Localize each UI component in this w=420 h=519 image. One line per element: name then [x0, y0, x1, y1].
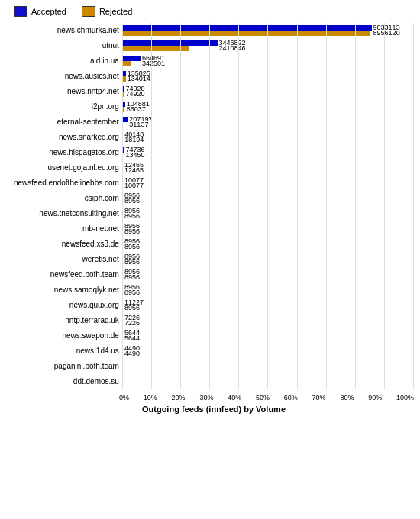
- y-label: newsfeed.endofthelinebbs.com: [14, 176, 119, 191]
- grid-line: [151, 23, 152, 389]
- legend-accepted-box: [14, 6, 27, 17]
- y-label: news.chmurka.net: [14, 23, 119, 38]
- x-axis-label: 20%: [172, 394, 186, 401]
- grid-lines: [122, 23, 414, 389]
- y-label: newsfeed.xs3.de: [14, 237, 119, 252]
- bars-column: 9033113895612034468222410846664691342501…: [122, 23, 414, 389]
- y-label: news.swapon.de: [14, 328, 119, 343]
- legend-rejected-label: Rejected: [99, 7, 132, 16]
- x-axis-label: 40%: [228, 394, 241, 401]
- grid-line: [238, 23, 239, 389]
- y-label: usenet.goja.nl.eu.org: [14, 160, 119, 176]
- y-label: eternal-september: [14, 114, 119, 130]
- y-label: news.ausics.net: [14, 69, 119, 84]
- y-label: mb-net.net: [14, 221, 119, 237]
- y-label: aid.in.ua: [14, 53, 119, 69]
- y-label: newsfeed.bofh.team: [14, 267, 119, 282]
- x-axis-label: 60%: [284, 394, 298, 401]
- grid-line: [297, 23, 298, 389]
- grid-line: [326, 23, 327, 389]
- x-axis-labels: 0%10%20%30%40%50%60%70%80%90%100%: [119, 394, 414, 401]
- legend-accepted-label: Accepted: [31, 7, 66, 16]
- x-axis-label: 100%: [396, 394, 414, 401]
- y-label: news.hispagatos.org: [14, 145, 119, 160]
- y-label: i2pn.org: [14, 99, 119, 114]
- y-labels: news.chmurka.netutnutaid.in.uanews.ausic…: [14, 23, 122, 389]
- y-label: ddt.demos.su: [14, 374, 119, 389]
- y-label: utnut: [14, 38, 119, 53]
- y-label: news.quux.org: [14, 298, 119, 313]
- y-label: news.tnetconsulting.net: [14, 206, 119, 221]
- x-axis-label: 70%: [312, 394, 326, 401]
- legend: Accepted Rejected: [14, 6, 414, 17]
- x-axis-label: 0%: [119, 394, 129, 401]
- x-axis-label: 50%: [256, 394, 270, 401]
- y-label: csiph.com: [14, 191, 119, 206]
- x-axis-label: 80%: [340, 394, 354, 401]
- grid-line: [122, 23, 123, 389]
- chart-container: Accepted Rejected news.chmurka.netutnuta…: [0, 0, 420, 519]
- legend-rejected: Rejected: [82, 6, 132, 17]
- grid-line: [267, 23, 268, 389]
- x-axis-label: 30%: [199, 394, 213, 401]
- y-label: news.samoqlyk.net: [14, 282, 119, 298]
- y-label: nntp.terraraq.uk: [14, 313, 119, 328]
- grid-line: [180, 23, 181, 389]
- legend-rejected-box: [82, 6, 95, 17]
- x-axis-label: 90%: [368, 394, 382, 401]
- x-axis-label: 10%: [144, 394, 157, 401]
- chart-area: news.chmurka.netutnutaid.in.uanews.ausic…: [14, 23, 414, 414]
- legend-accepted: Accepted: [14, 6, 66, 17]
- grid-line: [209, 23, 210, 389]
- x-axis-title: Outgoing feeds (innfeed) by Volume: [14, 405, 414, 414]
- chart-inner: news.chmurka.netutnutaid.in.uanews.ausic…: [14, 23, 414, 389]
- y-label: weretis.net: [14, 252, 119, 267]
- y-label: paganini.bofh.team: [14, 359, 119, 374]
- grid-line: [384, 23, 385, 389]
- grid-line: [355, 23, 356, 389]
- y-label: news.1d4.us: [14, 343, 119, 359]
- y-label: news.snarked.org: [14, 130, 119, 145]
- grid-line: [413, 23, 414, 389]
- y-label: news.nntp4.net: [14, 84, 119, 99]
